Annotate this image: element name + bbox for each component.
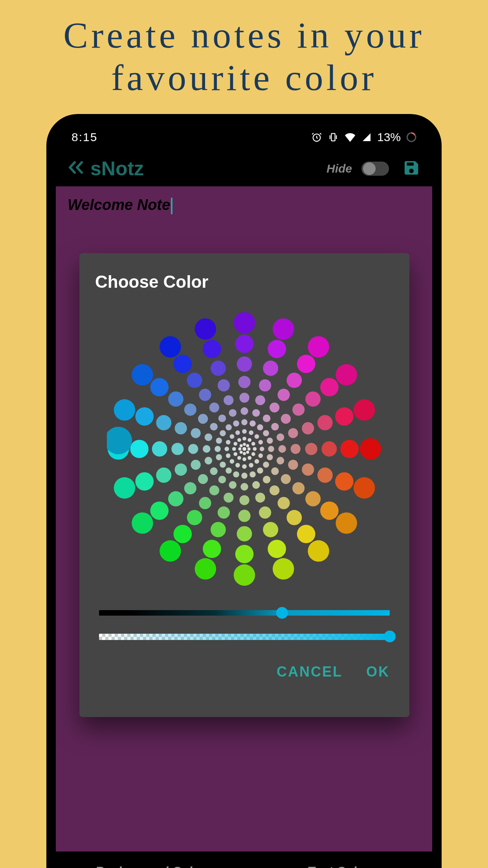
svg-point-23: [195, 318, 216, 340]
svg-point-106: [263, 414, 270, 422]
svg-point-133: [250, 471, 256, 478]
svg-point-111: [271, 467, 279, 475]
svg-point-117: [210, 467, 217, 475]
svg-point-128: [267, 438, 273, 444]
back-icon[interactable]: [68, 160, 85, 178]
note-editor[interactable]: Welcome Note Choose Color CANCEL OK: [56, 186, 432, 855]
svg-point-25: [268, 340, 286, 358]
svg-point-124: [241, 419, 248, 425]
svg-point-48: [317, 415, 333, 430]
svg-point-11: [336, 512, 357, 533]
svg-point-36: [174, 525, 192, 543]
svg-point-130: [267, 454, 273, 460]
svg-point-127: [263, 430, 269, 436]
svg-point-101: [198, 414, 208, 424]
svg-point-175: [246, 451, 249, 454]
brightness-slider[interactable]: [99, 610, 390, 616]
vibrate-icon: [328, 132, 339, 143]
signal-icon: [361, 132, 372, 142]
ok-button[interactable]: OK: [366, 664, 390, 680]
svg-point-170: [233, 442, 237, 446]
svg-point-113: [252, 481, 260, 489]
svg-point-34: [235, 545, 254, 563]
svg-point-42: [174, 355, 192, 373]
svg-point-92: [270, 485, 279, 495]
svg-point-3: [242, 447, 246, 451]
svg-point-37: [150, 502, 169, 520]
svg-point-160: [242, 437, 246, 441]
phone-screen: 8:15 13%: [56, 123, 432, 868]
svg-point-172: [243, 443, 246, 446]
alarm-icon: [311, 132, 322, 143]
svg-point-43: [203, 340, 221, 358]
svg-point-68: [302, 422, 314, 434]
svg-point-143: [233, 420, 239, 427]
svg-point-8: [354, 399, 375, 421]
cancel-button[interactable]: CANCEL: [277, 664, 343, 680]
svg-point-5: [273, 318, 294, 340]
svg-point-132: [257, 467, 263, 474]
opacity-slider[interactable]: [99, 634, 390, 640]
svg-point-114: [240, 483, 248, 491]
save-icon[interactable]: [402, 159, 420, 178]
svg-point-136: [226, 467, 232, 474]
svg-point-18: [114, 477, 135, 498]
svg-point-65: [259, 379, 271, 392]
note-title-input[interactable]: Welcome Note: [68, 197, 172, 214]
svg-point-137: [220, 462, 226, 468]
color-wheel[interactable]: [95, 303, 394, 594]
svg-point-79: [171, 443, 183, 455]
app-header: sNotz Hide: [56, 151, 432, 186]
status-time: 8:15: [72, 131, 97, 144]
opacity-slider-thumb[interactable]: [384, 631, 396, 642]
svg-point-41: [150, 378, 169, 397]
brightness-slider-thumb[interactable]: [276, 607, 288, 619]
svg-point-161: [248, 438, 251, 442]
tab-background-color[interactable]: Background Color: [56, 864, 244, 868]
dialog-title: Choose Color: [95, 272, 394, 292]
svg-point-108: [277, 434, 284, 441]
svg-point-75: [218, 506, 230, 519]
svg-point-144: [242, 429, 247, 434]
svg-point-109: [279, 445, 286, 452]
svg-point-82: [199, 389, 211, 401]
svg-point-10: [354, 477, 375, 498]
svg-point-135: [233, 471, 239, 478]
svg-point-30: [335, 472, 354, 491]
svg-point-35: [203, 540, 221, 558]
svg-point-163: [253, 447, 257, 451]
svg-point-28: [335, 407, 354, 426]
tab-text-color[interactable]: Text Color: [244, 864, 432, 868]
svg-point-157: [226, 440, 231, 445]
svg-point-22: [160, 336, 181, 357]
svg-point-72: [277, 497, 290, 509]
svg-point-169: [232, 447, 236, 451]
svg-point-40: [135, 407, 154, 426]
svg-point-104: [240, 407, 248, 415]
svg-point-153: [235, 463, 240, 467]
svg-point-97: [198, 474, 208, 484]
svg-point-145: [249, 430, 253, 435]
svg-point-141: [220, 430, 226, 436]
svg-point-116: [218, 476, 226, 483]
hide-toggle[interactable]: [361, 162, 389, 176]
svg-point-152: [242, 464, 247, 469]
svg-point-91: [281, 474, 291, 484]
svg-point-118: [205, 457, 212, 464]
color-picker-dialog: Choose Color CANCEL OK: [79, 253, 409, 717]
svg-point-59: [152, 441, 167, 457]
svg-point-50: [317, 467, 333, 483]
svg-point-73: [259, 506, 271, 519]
svg-point-56: [187, 510, 202, 525]
svg-point-6: [308, 336, 329, 357]
svg-point-167: [237, 456, 241, 460]
svg-point-64: [238, 376, 250, 388]
svg-point-150: [255, 459, 259, 464]
svg-point-95: [224, 493, 233, 502]
svg-point-103: [224, 395, 233, 405]
svg-point-44: [237, 357, 252, 372]
svg-point-69: [305, 443, 317, 455]
svg-point-168: [233, 452, 237, 456]
status-bar: 8:15 13%: [56, 123, 432, 151]
svg-point-13: [273, 558, 294, 579]
